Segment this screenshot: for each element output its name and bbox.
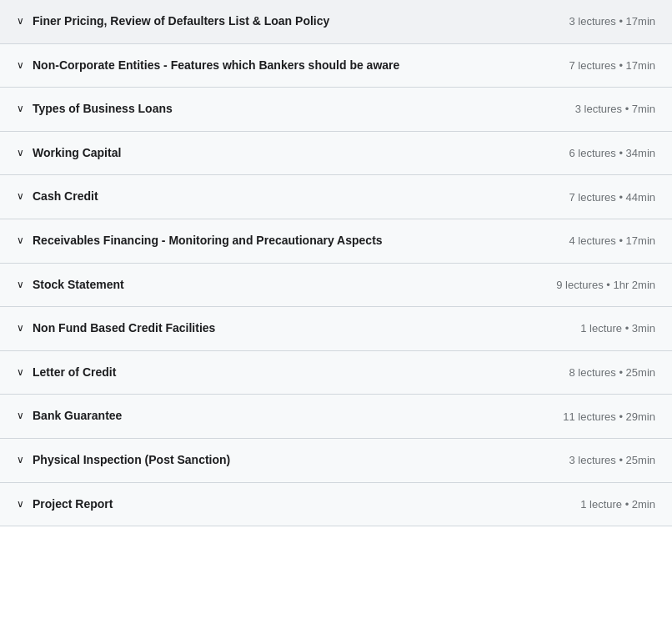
section-title: Bank Guarantee	[33, 408, 122, 425]
chevron-down-icon: ∨	[17, 279, 24, 290]
chevron-down-icon: ∨	[17, 147, 24, 159]
section-row-project-report[interactable]: ∨Project Report1 lecture • 2min	[0, 483, 672, 527]
section-row-finer-pricing[interactable]: ∨Finer Pricing, Review of Defaulters Lis…	[0, 0, 672, 44]
section-left-bank-guarantee: ∨Bank Guarantee	[17, 408, 546, 425]
section-row-non-fund-based[interactable]: ∨Non Fund Based Credit Facilities1 lectu…	[0, 307, 672, 351]
section-row-physical-inspection[interactable]: ∨Physical Inspection (Post Sanction)3 le…	[0, 439, 672, 483]
section-left-cash-credit: ∨Cash Credit	[17, 189, 552, 205]
section-title: Finer Pricing, Review of Defaulters List…	[33, 13, 329, 30]
section-row-cash-credit[interactable]: ∨Cash Credit7 lectures • 44min	[0, 175, 672, 219]
section-left-types-business-loans: ∨Types of Business Loans	[17, 101, 559, 118]
section-left-non-corporate: ∨Non-Corporate Entities - Features which…	[17, 58, 552, 74]
section-row-non-corporate[interactable]: ∨Non-Corporate Entities - Features which…	[0, 44, 672, 88]
chevron-down-icon: ∨	[17, 15, 24, 27]
section-title: Cash Credit	[33, 189, 98, 205]
section-meta: 3 lectures • 25min	[569, 454, 655, 466]
section-meta: 7 lectures • 17min	[569, 59, 655, 72]
section-left-physical-inspection: ∨Physical Inspection (Post Sanction)	[17, 452, 552, 469]
section-title: Physical Inspection (Post Sanction)	[33, 452, 230, 469]
course-section-list: ∨Finer Pricing, Review of Defaulters Lis…	[0, 0, 672, 526]
chevron-down-icon: ∨	[17, 234, 24, 246]
section-meta: 11 lectures • 29min	[563, 410, 655, 423]
chevron-down-icon: ∨	[17, 322, 24, 334]
section-meta: 8 lectures • 25min	[569, 366, 655, 379]
section-left-working-capital: ∨Working Capital	[17, 145, 552, 162]
section-row-working-capital[interactable]: ∨Working Capital6 lectures • 34min	[0, 132, 672, 176]
section-meta: 3 lectures • 17min	[569, 15, 655, 28]
chevron-down-icon: ∨	[17, 454, 24, 465]
section-row-letter-of-credit[interactable]: ∨Letter of Credit8 lectures • 25min	[0, 351, 672, 395]
section-meta: 4 lectures • 17min	[569, 234, 655, 247]
section-row-types-business-loans[interactable]: ∨Types of Business Loans3 lectures • 7mi…	[0, 88, 672, 132]
chevron-down-icon: ∨	[17, 498, 24, 510]
section-left-project-report: ∨Project Report	[17, 496, 564, 513]
section-title: Receivables Financing - Monitoring and P…	[33, 233, 383, 249]
section-meta: 6 lectures • 34min	[569, 147, 655, 159]
section-left-letter-of-credit: ∨Letter of Credit	[17, 365, 552, 381]
section-title: Letter of Credit	[33, 365, 116, 381]
section-title: Stock Statement	[33, 277, 124, 294]
section-title: Project Report	[33, 496, 113, 513]
chevron-down-icon: ∨	[17, 103, 24, 114]
section-title: Non-Corporate Entities - Features which …	[33, 58, 399, 74]
section-left-non-fund-based: ∨Non Fund Based Credit Facilities	[17, 320, 564, 337]
chevron-down-icon: ∨	[17, 190, 24, 202]
chevron-down-icon: ∨	[17, 410, 24, 421]
section-row-stock-statement[interactable]: ∨Stock Statement9 lectures • 1hr 2min	[0, 264, 672, 308]
section-left-receivables-financing: ∨Receivables Financing - Monitoring and …	[17, 233, 552, 249]
section-title: Working Capital	[33, 145, 121, 162]
section-left-finer-pricing: ∨Finer Pricing, Review of Defaulters Lis…	[17, 13, 552, 30]
section-left-stock-statement: ∨Stock Statement	[17, 277, 539, 294]
section-meta: 9 lectures • 1hr 2min	[556, 279, 655, 291]
chevron-down-icon: ∨	[17, 59, 24, 71]
section-meta: 1 lecture • 3min	[580, 322, 655, 335]
chevron-down-icon: ∨	[17, 366, 24, 378]
section-meta: 3 lectures • 7min	[575, 103, 655, 115]
section-row-receivables-financing[interactable]: ∨Receivables Financing - Monitoring and …	[0, 219, 672, 264]
section-meta: 1 lecture • 2min	[580, 498, 655, 511]
section-title: Types of Business Loans	[33, 101, 173, 118]
section-row-bank-guarantee[interactable]: ∨Bank Guarantee11 lectures • 29min	[0, 395, 672, 439]
section-title: Non Fund Based Credit Facilities	[33, 320, 215, 337]
section-meta: 7 lectures • 44min	[569, 191, 655, 204]
